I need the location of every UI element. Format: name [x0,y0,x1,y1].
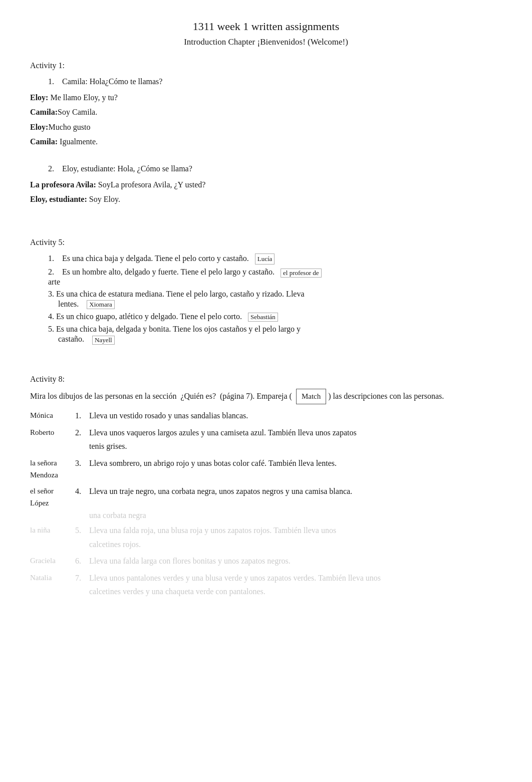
person-senor-lopez: el señorLópez [30,485,75,509]
activity5-item1: 1. Es una chica baja y delgada. Tiene el… [30,252,502,265]
person-5-blurred: la niña [30,524,75,537]
dialogue-eloy-1: Eloy: Me llamo Eloy, y tu? [30,91,502,104]
activity5-item3-row: 3. Es una chica de estatura mediana. Tie… [30,290,502,299]
item-num: 1. [48,252,60,265]
activity1-item1: 1. Camila: Hola¿Cómo te llamas? [30,75,502,88]
activity8-row-6: Graciela 6. Lleva una falda larga con fl… [30,555,502,568]
roberto-sub: tenis grises. [30,440,502,453]
activity8-row-5: la niña 5. Lleva una falda roja, una blu… [30,524,502,537]
activity8-row-monica: Mónica 1. Lleva un vestido rosado y unas… [30,409,502,422]
activity5-item5-cont: castaño. Nayell [30,335,502,344]
desc-monica: Lleva un vestido rosado y unas sandalias… [89,409,502,422]
num-5: 5. [75,524,89,537]
desc-senora: Lleva sombrero, un abrigo rojo y unas bo… [89,457,502,481]
blurred-text-1: una corbata negra [89,511,146,519]
answer-xiomara: Xiomara [87,300,114,309]
dialogue-eloy-2: Eloy:Mucho gusto [30,121,502,134]
answer-sebastian: Sebastián [248,313,278,322]
activity5-item3-cont: lentes. Xiomara [30,300,502,309]
item-num-5: 5. [48,325,54,333]
dialogue-camila-2: Camila: Igualmente. [30,135,502,148]
speaker-camila-2: Camila: [30,137,58,146]
answer-lucia: Lucía [255,253,275,265]
activity-5-header: Activity 5: [30,238,502,247]
match-box: Match [296,389,326,405]
activity-5: Activity 5: 1. Es una chica baja y delga… [30,238,502,345]
num-7: 7. [75,572,89,585]
item-number: 1. [48,75,60,88]
person-senora-mendoza: la señoraMendoza [30,457,75,481]
desc-7-blurred: Lleva unos pantalones verdes y una blusa… [89,572,502,585]
person-monica: Mónica [30,409,75,422]
activity-8-header: Activity 8: [30,375,502,384]
answer-nayell: Nayell [92,336,115,345]
activity8-row-7: Natalia 7. Lleva unos pantalones verdes … [30,572,502,585]
row7-sub-blurred: calcetines verdes y una chaqueta verde c… [30,585,502,598]
item-num-2: 2. [48,268,60,277]
activity5-item5-row: 5. Es una chica baja, delgada y bonita. … [30,325,502,334]
item-desc: Es una chica baja y delgada. Tiene el pe… [62,252,502,265]
page-title: 1311 week 1 written assignments [30,20,502,33]
row5-sub-blurred: calcetines rojos. [30,538,502,551]
speaker-profesora: La profesora Avila: [30,180,96,189]
item-number-2: 2. [48,162,60,175]
person-graciela-blurred: Graciela [30,555,75,568]
item-text-2: Eloy, estudiante: Hola, ¿Cómo se llama? [62,162,502,175]
activity-1-header: Activity 1: [30,61,502,70]
dialogue-eloy-estudiante: Eloy, estudiante: Soy Eloy. [30,193,502,206]
activity1-item2: 2. Eloy, estudiante: Hola, ¿Cómo se llam… [30,162,502,175]
person-natalia-blurred: Natalia [30,572,75,585]
speaker-eloy: Eloy: [30,93,48,102]
dialogue-camila-1: Camila:Soy Camila. [30,106,502,119]
activity8-row-senora: la señoraMendoza 3. Lleva sombrero, un a… [30,457,502,481]
person-roberto: Roberto [30,426,75,439]
activity5-item4-row: 4. Es un chico guapo, atlético y delgado… [30,312,502,322]
item-num-4: 4. [48,312,54,321]
arte-continuation: arte [30,278,502,287]
desc-5-blurred: Lleva una falda roja, una blusa roja y u… [89,524,502,537]
activity-1: Activity 1: 1. Camila: Hola¿Cómo te llam… [30,61,502,206]
desc-6-blurred: Lleva una falda larga con flores bonitas… [89,555,502,568]
desc-senor: Lleva un traje negro, una corbata negra,… [89,485,502,509]
num-3: 3. [75,457,89,481]
activity8-row-roberto: Roberto 2. Lleva unos vaqueros largos az… [30,426,502,439]
speaker-camila: Camila: [30,108,58,116]
activity8-intro: Mira los dibujos de las personas en la s… [30,389,502,405]
desc-roberto: Lleva unos vaqueros largos azules y una … [89,426,502,439]
num-1: 1. [75,409,89,422]
activity5-item2-row: 2. Es un hombre alto, delgado y fuerte. … [30,268,502,277]
senor-sub-blurred: una corbata negra [30,511,502,520]
activity-8: Activity 8: Mira los dibujos de las pers… [30,375,502,598]
speaker-eloy-estudiante: Eloy, estudiante: [30,195,87,203]
activity8-row-senor: el señorLópez 4. Lleva un traje negro, u… [30,485,502,509]
num-6: 6. [75,555,89,568]
dialogue-profesora: La profesora Avila: SoyLa profesora Avil… [30,178,502,191]
page-subtitle: Introduction Chapter ¡Bienvenidos! (Welc… [30,37,502,47]
item-text: Camila: Hola¿Cómo te llamas? [62,75,502,88]
speaker-eloy-2: Eloy: [30,123,48,131]
item-desc-2: Es un hombre alto, delgado y fuerte. Tie… [62,268,322,277]
answer-profesor: el profesor de [281,269,321,278]
num-2: 2. [75,426,89,439]
num-4: 4. [75,485,89,509]
item-num-3: 3. [48,290,54,298]
